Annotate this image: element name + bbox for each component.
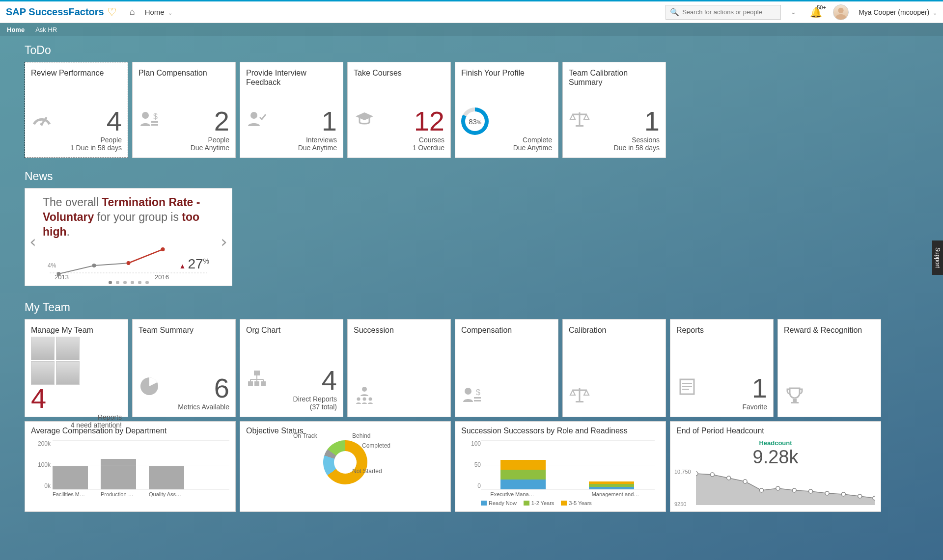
svg-rect-34 (474, 400, 481, 401)
user-avatar[interactable] (833, 4, 849, 20)
tile-unit: People (139, 136, 229, 144)
nav-home[interactable]: Home (7, 26, 25, 33)
svg-point-3 (40, 123, 43, 126)
tile[interactable]: Review Performance4People1 Due in 58 day… (25, 62, 128, 158)
news-chart-startval: 4% (48, 262, 56, 269)
tile[interactable]: Reports1Favorite (670, 319, 774, 417)
tile[interactable]: Team Calibration Summary1SessionsDue in … (562, 62, 666, 158)
dot-icon[interactable] (109, 281, 112, 284)
tile[interactable]: Team Summary6Metrics Available (132, 319, 236, 417)
svg-rect-6 (151, 121, 158, 123)
stacked-bar-chart: 100500 (481, 440, 655, 489)
dot-icon[interactable] (131, 281, 134, 284)
user-menu[interactable]: Mya Cooper (mcooper) ⌄ (859, 8, 937, 16)
chevron-down-icon: ⌄ (168, 10, 172, 16)
notification-count: 50+ (817, 4, 826, 10)
dot-icon[interactable] (123, 281, 127, 284)
chart-objective-status[interactable]: Objective Status On Track Behind Complet… (240, 421, 451, 512)
tile-title: Compensation (461, 325, 552, 335)
dot-icon[interactable] (138, 281, 141, 284)
section-title-myteam: My Team (25, 301, 908, 314)
svg-point-30 (369, 398, 372, 401)
scales-icon (569, 108, 590, 135)
tile-title: Manage My Team (31, 325, 122, 335)
svg-point-46 (710, 473, 714, 477)
svg-point-45 (696, 472, 698, 476)
area-chart: 10,750 9250 (696, 471, 875, 505)
tile-title: Plan Compensation (139, 68, 229, 78)
news-chart-startyear: 2013 (55, 273, 69, 281)
notification-bell-icon[interactable]: 🔔50+ (810, 6, 822, 18)
svg-rect-19 (248, 381, 253, 386)
svg-point-29 (363, 398, 366, 401)
svg-rect-20 (254, 381, 259, 386)
chart-avg-comp[interactable]: Average Compensation by Department 200k1… (25, 421, 236, 512)
chart-title: Succession Successors by Role and Readin… (461, 427, 660, 435)
svg-point-49 (759, 488, 763, 492)
svg-rect-21 (261, 381, 266, 386)
svg-point-4 (142, 112, 149, 119)
svg-marker-9 (356, 112, 373, 120)
tile-subtext: 4 need attention! (31, 421, 122, 429)
sub-nav: Home Ask HR (0, 23, 943, 36)
svg-point-56 (873, 496, 875, 500)
nav-ask-hr[interactable]: Ask HR (35, 26, 57, 33)
news-chart-endyear: 2016 (155, 273, 169, 281)
tile-unit: Courses (354, 136, 444, 144)
content-scroll[interactable]: ToDo Review Performance4People1 Due in 5… (0, 36, 932, 560)
svg-rect-12 (576, 125, 583, 127)
news-headline: The overall Termination Rate - Voluntary… (33, 195, 224, 240)
home-icon[interactable]: ⌂ (130, 7, 135, 17)
donut-chart (323, 440, 367, 484)
svg-rect-7 (151, 124, 158, 126)
tile[interactable]: Finish Your Profile83%CompleteDue Anytim… (455, 62, 558, 158)
search-box[interactable]: 🔍 (666, 5, 781, 20)
tile-title: Calibration (569, 325, 660, 335)
up-triangle-icon: ▲ (179, 262, 186, 270)
tile[interactable]: Manage My Team4Reports4 need attention! (25, 319, 128, 417)
dot-icon[interactable] (116, 281, 119, 284)
news-card[interactable]: ‹ › The overall Termination Rate - Volun… (25, 188, 232, 286)
tile[interactable]: Provide Interview Feedback1InterviewsDue… (240, 62, 343, 158)
tile-subtext: Due in 58 days (569, 144, 660, 152)
tile[interactable]: Take Courses12Courses1 Overdue (347, 62, 451, 158)
tile[interactable]: Org Chart4Direct Reports(37 total) (240, 319, 343, 417)
search-dropdown[interactable]: ⌄ (787, 8, 800, 16)
tile-title: Succession (354, 325, 444, 335)
tile[interactable]: Plan Compensation$2PeopleDue Anytime (132, 62, 236, 158)
search-input[interactable] (682, 8, 777, 16)
svg-point-16 (127, 261, 131, 265)
tile[interactable]: Reward & Recognition (777, 319, 881, 417)
todo-tiles: Review Performance4People1 Due in 58 day… (25, 62, 908, 158)
svg-point-51 (792, 488, 796, 492)
svg-point-28 (357, 398, 361, 401)
news-paginator[interactable] (33, 281, 224, 284)
svg-point-31 (465, 388, 472, 395)
svg-point-47 (727, 476, 731, 480)
svg-rect-43 (791, 402, 799, 403)
news-next-icon[interactable]: › (219, 232, 229, 251)
news-prev-icon[interactable]: ‹ (28, 232, 38, 251)
tile-title: Review Performance (31, 68, 122, 78)
tile[interactable]: Calibration (562, 319, 666, 417)
news-pct-value: 27 (188, 256, 203, 271)
news-text: The overall (43, 196, 102, 209)
logo-text: SAP SuccessFactors (6, 6, 104, 18)
chart-headcount[interactable]: End of Period Headcount Headcount 9.28k … (670, 421, 881, 512)
charts-row: Average Compensation by Department 200k1… (25, 421, 908, 512)
tile-unit: People (31, 136, 122, 144)
support-tab[interactable]: Support (932, 240, 943, 275)
svg-rect-33 (474, 397, 481, 399)
person-dollar-icon: $ (461, 384, 483, 411)
tile[interactable]: Compensation$ (455, 319, 558, 417)
tile[interactable]: Succession (347, 319, 451, 417)
chevron-down-icon: ⌄ (933, 10, 937, 16)
home-dropdown[interactable]: Home ⌄ (145, 8, 172, 16)
news-text: for your group is (94, 211, 182, 223)
chart-succession[interactable]: Succession Successors by Role and Readin… (455, 421, 666, 512)
tile-subtext: Due Anytime (246, 144, 337, 152)
tile-count: 4 (107, 107, 122, 135)
svg-rect-18 (254, 371, 260, 375)
tile-unit: Metrics Available (139, 403, 229, 411)
dot-icon[interactable] (145, 281, 149, 284)
